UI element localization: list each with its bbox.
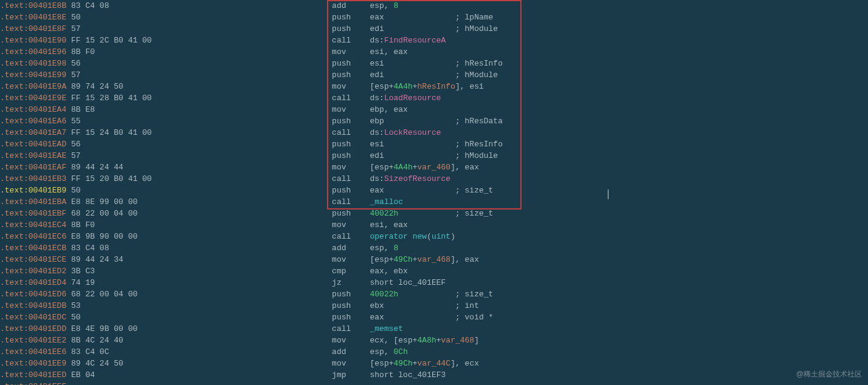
text-cursor bbox=[608, 189, 608, 199]
disasm-row[interactable]: .text:00401E8E 50 push eax ; lpName bbox=[0, 12, 868, 23]
address: .text:00401EA6 bbox=[0, 117, 66, 126]
disasm-row[interactable]: .text:00401EAE 57 push edi ; hModule bbox=[0, 150, 868, 162]
address: .text:00401E9E bbox=[0, 94, 66, 103]
disasm-row[interactable]: .text:00401EDB 53 push ebx ; int bbox=[0, 300, 868, 312]
operand: short loc_401EF3 bbox=[370, 370, 446, 380]
disasm-row[interactable]: .text:00401EBA E8 8E 99 00 00 call _mall… bbox=[0, 196, 868, 208]
disasm-row[interactable]: .text:00401ED4 74 19 jz short loc_401EEF bbox=[0, 277, 868, 288]
disasm-row[interactable]: .text:00401EB9 50 push eax ; size_t bbox=[0, 185, 868, 196]
disasm-row[interactable]: .text:00401EED EB 04 jmp short loc_401EF… bbox=[0, 369, 868, 381]
mnemonic: push bbox=[332, 24, 370, 33]
bytes: 57 bbox=[66, 70, 332, 80]
disasm-row[interactable]: .text:00401EEF bbox=[0, 381, 868, 385]
disasm-row[interactable]: .text:00401EA4 8B E8 mov ebp, eax bbox=[0, 104, 868, 115]
mnemonic bbox=[332, 382, 370, 385]
mnemonic: mov bbox=[332, 82, 370, 91]
operand: esi, eax bbox=[370, 47, 408, 56]
disasm-row[interactable]: .text:00401EDD E8 4E 9B 00 00 call _mems… bbox=[0, 323, 868, 335]
disasm-row[interactable]: .text:00401EB3 FF 15 20 B0 41 00 call ds… bbox=[0, 173, 868, 185]
bytes: FF 15 2C B0 41 00 bbox=[66, 36, 332, 45]
disasm-row[interactable]: .text:00401EE6 83 C4 0C add esp, 0Ch bbox=[0, 346, 868, 358]
operand: 8 bbox=[394, 1, 399, 10]
disasm-row[interactable]: .text:00401EC6 E8 9B 90 00 00 call opera… bbox=[0, 231, 868, 242]
operand: esi, eax bbox=[370, 220, 408, 230]
disasm-row[interactable]: .text:00401E8F 57 push edi ; hModule bbox=[0, 23, 868, 35]
disasm-row[interactable]: .text:00401E9A 89 74 24 50 mov [esp+4A4h… bbox=[0, 81, 868, 92]
bytes: 57 bbox=[66, 24, 332, 33]
operand: eax bbox=[370, 313, 384, 322]
address: .text:00401EA4 bbox=[0, 105, 66, 114]
disasm-row[interactable]: .text:00401E9E FF 15 28 B0 41 00 call ds… bbox=[0, 92, 868, 104]
operand: + bbox=[413, 163, 418, 172]
disasm-row[interactable]: .text:00401EAF 89 44 24 44 mov [esp+4A4h… bbox=[0, 162, 868, 173]
address: .text:00401EBA bbox=[0, 197, 66, 206]
address: .text:00401EDB bbox=[0, 301, 66, 310]
operand: hResInfo bbox=[418, 82, 455, 91]
address: .text:00401EEF bbox=[0, 382, 66, 385]
mnemonic: mov bbox=[332, 163, 370, 172]
bytes: 89 74 24 50 bbox=[66, 82, 332, 91]
disasm-row[interactable]: .text:00401E90 FF 15 2C B0 41 00 call ds… bbox=[0, 35, 868, 46]
mnemonic: call bbox=[332, 94, 370, 103]
address: .text:00401EE6 bbox=[0, 347, 66, 356]
bytes: FF 15 24 B0 41 00 bbox=[66, 128, 332, 137]
operand: 4A8h bbox=[418, 336, 436, 345]
disasm-row[interactable]: .text:00401E8B 83 C4 08 add esp, 8 bbox=[0, 0, 868, 12]
address: .text:00401ED6 bbox=[0, 290, 66, 299]
disasm-row[interactable]: .text:00401EC4 8B F0 mov esi, eax bbox=[0, 219, 868, 231]
operand: ], eax bbox=[450, 163, 479, 172]
operand: var_468 bbox=[418, 255, 451, 264]
mnemonic: add bbox=[332, 1, 370, 10]
bytes: 56 bbox=[66, 140, 332, 149]
operand: edi bbox=[370, 70, 384, 80]
disasm-row[interactable]: .text:00401E98 56 push esi ; hResInfo bbox=[0, 58, 868, 69]
bytes: 3B C3 bbox=[66, 267, 332, 276]
disasm-row[interactable]: .text:00401E96 8B F0 mov esi, eax bbox=[0, 46, 868, 58]
mnemonic: push bbox=[332, 186, 370, 195]
disassembly-listing[interactable]: .text:00401E8B 83 C4 08 add esp, 8.text:… bbox=[0, 0, 868, 385]
disasm-row[interactable]: .text:00401ED2 3B C3 cmp eax, ebx bbox=[0, 265, 868, 277]
operand: LockResource bbox=[384, 128, 441, 137]
bytes: 68 22 00 04 00 bbox=[66, 209, 332, 218]
disasm-row[interactable]: .text:00401EAD 56 push esi ; hResInfo bbox=[0, 138, 868, 150]
operand: edi bbox=[370, 24, 384, 33]
mnemonic: push bbox=[332, 313, 370, 322]
operand: [esp+ bbox=[370, 82, 394, 91]
operand: ds: bbox=[370, 128, 384, 137]
bytes: 57 bbox=[66, 151, 332, 160]
mnemonic: push bbox=[332, 70, 370, 80]
bytes: 74 19 bbox=[66, 278, 332, 287]
comment: ; hModule bbox=[455, 151, 498, 160]
operand: 4A4h bbox=[394, 82, 413, 91]
operand: ( bbox=[427, 232, 432, 241]
address: .text:00401EAD bbox=[0, 140, 66, 149]
operand: ) bbox=[450, 232, 455, 241]
bytes: EB 04 bbox=[66, 370, 332, 380]
mnemonic: push bbox=[332, 290, 370, 299]
mnemonic: mov bbox=[332, 255, 370, 264]
mnemonic: mov bbox=[332, 220, 370, 230]
bytes: 8B F0 bbox=[66, 220, 332, 230]
disasm-row[interactable]: .text:00401EE2 8B 4C 24 40 mov ecx, [esp… bbox=[0, 335, 868, 346]
mnemonic: push bbox=[332, 140, 370, 149]
disasm-row[interactable]: .text:00401E99 57 push edi ; hModule bbox=[0, 69, 868, 81]
disasm-row[interactable]: .text:00401EBF 68 22 00 04 00 push 40022… bbox=[0, 208, 868, 219]
disasm-row[interactable]: .text:00401EE9 89 4C 24 50 mov [esp+49Ch… bbox=[0, 358, 868, 369]
disasm-row[interactable]: .text:00401ED6 68 22 00 04 00 push 40022… bbox=[0, 288, 868, 300]
bytes: E8 9B 90 00 00 bbox=[66, 232, 332, 241]
disasm-row[interactable]: .text:00401EDC 50 push eax ; void * bbox=[0, 312, 868, 323]
disasm-row[interactable]: .text:00401EA6 55 push ebp ; hResData bbox=[0, 115, 868, 127]
operand: ebp bbox=[370, 117, 384, 126]
operand: ebx bbox=[370, 301, 384, 310]
address: .text:00401EAF bbox=[0, 163, 66, 172]
bytes: 53 bbox=[66, 301, 332, 310]
address: .text:00401EBF bbox=[0, 209, 66, 218]
operand: ecx, [esp+ bbox=[370, 336, 418, 345]
operand: var_468 bbox=[441, 336, 475, 345]
disasm-row[interactable]: .text:00401EA7 FF 15 24 B0 41 00 call ds… bbox=[0, 127, 868, 138]
mnemonic: push bbox=[332, 117, 370, 126]
operand: ], esi bbox=[455, 82, 484, 91]
operand: LoadResource bbox=[384, 94, 441, 103]
disasm-row[interactable]: .text:00401ECB 83 C4 08 add esp, 8 bbox=[0, 242, 868, 254]
disasm-row[interactable]: .text:00401ECE 89 44 24 34 mov [esp+49Ch… bbox=[0, 254, 868, 265]
